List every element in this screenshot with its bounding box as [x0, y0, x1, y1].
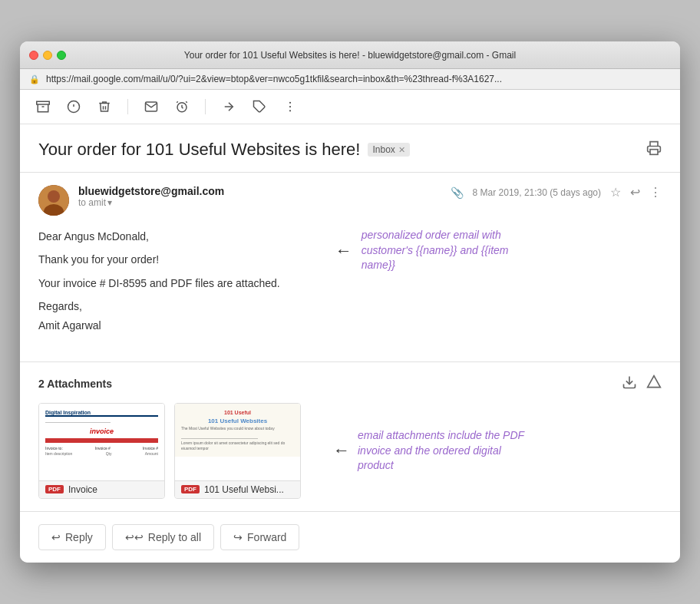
invoice-preview: Digital Inspiration ————————————————— in…: [39, 404, 164, 480]
move-icon[interactable]: [218, 96, 239, 117]
sender-row: bluewidgetstore@gmail.com to amit ▾ 📎 8 …: [20, 173, 680, 228]
more-icon[interactable]: ⋮: [649, 185, 662, 200]
forward-btn-icon: ↪: [233, 531, 243, 543]
report-icon[interactable]: [63, 96, 84, 117]
email-meta: 📎 8 Mar 2019, 21:30 (5 days ago) ☆ ↩ ⋮: [451, 185, 662, 200]
sender-to: to amit ▾: [78, 197, 441, 208]
window-title: Your order for 101 Useful Websites is he…: [184, 50, 516, 61]
snooze-icon[interactable]: [171, 96, 193, 117]
attachments-header: 2 Attachments: [38, 375, 662, 394]
minimize-button[interactable]: [43, 51, 52, 60]
attachment-indicator-icon: 📎: [451, 186, 464, 199]
email-body: Dear Angus McDonald, Thank you for your …: [20, 228, 680, 362]
more-actions-icon[interactable]: [279, 96, 301, 117]
body-greeting: Dear Angus McDonald, Thank you for your …: [38, 228, 280, 340]
pdf-badge-2: PDF: [181, 485, 200, 493]
chevron-down-icon[interactable]: ▾: [107, 197, 112, 208]
separator2: [205, 99, 206, 114]
reply-all-btn-icon: ↩↩: [125, 531, 144, 543]
print-icon[interactable]: [646, 140, 662, 160]
email-header: Your order for 101 Useful Websites is he…: [20, 124, 680, 173]
svg-point-9: [289, 106, 291, 107]
attachment-product[interactable]: 101 Useful 101 Useful Websites The Most …: [174, 403, 301, 499]
attachment-actions: [622, 375, 662, 394]
attachment-annotation: email attachments include the PDF invoic…: [358, 428, 527, 474]
reply-all-button[interactable]: ↩↩ Reply to all: [112, 524, 214, 550]
sender-name: bluewidgetstore@gmail.com: [78, 185, 441, 197]
forward-btn-label: Forward: [247, 531, 286, 543]
title-bar: Your order for 101 Useful Websites is he…: [20, 41, 680, 69]
sender-to-label: to amit: [78, 197, 106, 208]
pdf-badge-1: PDF: [45, 485, 64, 493]
label-icon[interactable]: [249, 96, 270, 117]
close-button[interactable]: [29, 51, 38, 60]
inbox-badge[interactable]: Inbox ✕: [368, 143, 409, 157]
download-all-icon[interactable]: [622, 375, 637, 394]
inbox-badge-close[interactable]: ✕: [398, 145, 405, 155]
reply-icon[interactable]: ↩: [630, 185, 640, 200]
mail-icon[interactable]: [140, 96, 162, 117]
attachments-grid: Digital Inspiration ————————————————— in…: [38, 403, 662, 499]
svg-point-13: [48, 190, 60, 203]
reply-btn-icon: ↩: [51, 531, 61, 543]
body-annotation: personalized order email with customer's…: [362, 228, 515, 273]
attachment-arrow-icon: ←: [333, 441, 350, 460]
attachments-title: 2 Attachments: [38, 378, 112, 390]
archive-icon[interactable]: [32, 96, 54, 117]
product-preview: 101 Useful 101 Useful Websites The Most …: [175, 404, 300, 480]
svg-point-8: [289, 102, 291, 104]
delete-icon[interactable]: [94, 96, 115, 117]
browser-window: Your order for 101 Useful Websites is he…: [20, 41, 680, 563]
reply-button[interactable]: ↩ Reply: [38, 524, 106, 550]
forward-button[interactable]: ↪ Forward: [220, 524, 299, 550]
regards-text: Regards,: [38, 298, 280, 315]
product-footer: PDF 101 Useful Websi...: [175, 480, 300, 498]
url-text: https://mail.google.com/mail/u/0/?ui=2&v…: [46, 74, 502, 84]
reply-row: ↩ Reply ↩↩ Reply to all ↪ Forward: [20, 512, 680, 563]
body-arrow-icon: ←: [335, 237, 352, 264]
email-date: 8 Mar 2019, 21:30 (5 days ago): [473, 187, 601, 198]
svg-rect-0: [37, 101, 50, 104]
email-container: Your order for 101 Useful Websites is he…: [20, 124, 680, 563]
thanks-text: Thank you for your order!: [38, 251, 280, 268]
svg-marker-16: [648, 376, 661, 388]
gmail-toolbar: [20, 90, 680, 124]
traffic-lights: [29, 51, 66, 60]
maximize-button[interactable]: [57, 51, 66, 60]
author-name: Amit Agarwal: [38, 317, 280, 334]
star-icon[interactable]: ☆: [610, 185, 621, 200]
invoice-text: Your invoice # DI-8595 and PDF files are…: [38, 275, 280, 292]
separator: [127, 99, 128, 114]
svg-point-10: [289, 110, 291, 111]
lock-icon: 🔒: [29, 74, 40, 84]
svg-rect-11: [650, 149, 658, 154]
attachment-annotation-area: ← email attachments include the PDF invo…: [333, 428, 527, 474]
attachment-invoice[interactable]: Digital Inspiration ————————————————— in…: [38, 403, 165, 499]
avatar: [38, 185, 69, 216]
attachment-1-name: Invoice: [68, 484, 97, 495]
reply-all-btn-label: Reply to all: [148, 531, 201, 543]
inbox-badge-label: Inbox: [372, 144, 395, 155]
address-bar: 🔒 https://mail.google.com/mail/u/0/?ui=2…: [20, 69, 680, 90]
attachments-section: 2 Attachments Digital Inspiration: [20, 362, 680, 512]
email-subject: Your order for 101 Useful Websites is he…: [38, 140, 360, 160]
sender-info: bluewidgetstore@gmail.com to amit ▾: [78, 185, 441, 208]
subject-row: Your order for 101 Useful Websites is he…: [38, 140, 662, 160]
save-to-drive-icon[interactable]: [646, 375, 662, 394]
reply-btn-label: Reply: [65, 531, 93, 543]
invoice-footer: PDF Invoice: [39, 480, 164, 498]
greeting-text: Dear Angus McDonald,: [38, 228, 280, 245]
attachment-2-name: 101 Useful Websi...: [204, 484, 284, 495]
